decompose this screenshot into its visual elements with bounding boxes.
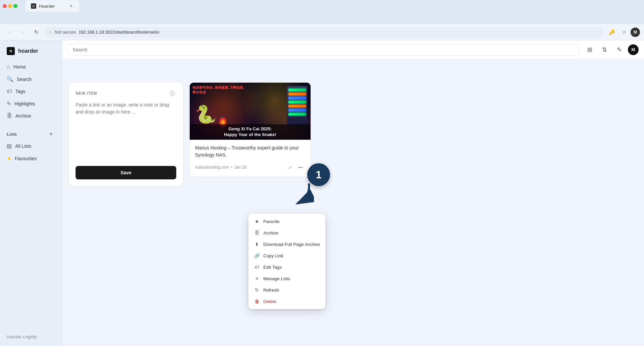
- sidebar-item-tags-label: Tags: [15, 89, 26, 94]
- bookmark-date: Jan 29: [234, 165, 246, 170]
- security-icon: ⚠: [48, 30, 52, 35]
- edit-icon: ✎: [617, 46, 622, 53]
- archive-menu-icon: 🗄: [254, 230, 260, 235]
- lists-section-label: Lists: [7, 132, 17, 137]
- main-content: NEW ITEM ⓘ Save 祝你新年快乐, 身体健康, 万事如意,事业有成: [62, 59, 644, 346]
- archive-icon: 🗄: [7, 113, 12, 119]
- bookmark-domain: mariushosting.com: [195, 165, 229, 170]
- sidebar-item-archive[interactable]: 🗄 Archive: [3, 110, 59, 122]
- context-menu-item-favorite[interactable]: ★ Favorite: [248, 216, 325, 227]
- back-button[interactable]: ‹: [4, 27, 15, 38]
- star-icon: ★: [7, 155, 11, 162]
- tab-close-button[interactable]: ✕: [68, 3, 74, 9]
- app-name: hoarder: [18, 48, 38, 54]
- grid-view-button[interactable]: ⊞: [584, 44, 596, 56]
- grid-icon: ⊞: [587, 46, 592, 53]
- favorite-icon: ★: [254, 219, 260, 224]
- context-menu-item-manage-lists[interactable]: ≡ Manage Lists: [248, 273, 325, 284]
- image-overlay: Gong Xi Fa Cai 2025: Happy Year of the S…: [190, 124, 311, 140]
- context-menu-item-edit-tags[interactable]: 🏷 Edit Tags: [248, 261, 325, 273]
- sidebar-item-archive-label: Archive: [15, 113, 31, 119]
- manage-lists-icon: ≡: [254, 276, 260, 281]
- home-icon: ⌂: [7, 64, 10, 70]
- search-input[interactable]: [67, 44, 580, 56]
- security-label: Not secure: [55, 30, 76, 35]
- delete-icon: 🗑: [254, 299, 260, 304]
- expand-icon: ⤢: [288, 165, 292, 170]
- app-logo: H: [7, 47, 15, 55]
- context-menu-item-download[interactable]: ⬇ Download Full Page Archive: [248, 239, 325, 250]
- browser-tab[interactable]: H Hoarder ✕: [26, 0, 79, 12]
- bookmark-expand-button[interactable]: ⤢: [285, 163, 294, 172]
- bookmark-actions: ⤢ •••: [285, 163, 305, 172]
- download-icon: ⬇: [254, 242, 260, 247]
- chinese-text: 祝你新年快乐, 身体健康, 万事如意,事业有成: [192, 85, 284, 95]
- annotation-badge: 1: [307, 163, 330, 186]
- sort-icon: ⇅: [602, 46, 607, 53]
- server-graphic: [287, 86, 307, 126]
- lists-add-button[interactable]: +: [47, 130, 55, 138]
- new-item-header: NEW ITEM ⓘ: [76, 89, 176, 97]
- user-avatar[interactable]: M: [628, 44, 639, 55]
- sidebar-item-tags[interactable]: 🏷 Tags: [3, 86, 59, 97]
- save-button[interactable]: Save: [76, 166, 176, 179]
- browser-profile-avatar[interactable]: M: [631, 28, 640, 37]
- list-icon: ▤: [7, 143, 12, 149]
- annotation-arrow: [287, 180, 314, 208]
- highlights-icon: ✎: [7, 100, 11, 107]
- refresh-button[interactable]: ↻: [31, 27, 42, 38]
- bookmark-body: Marius Hosting – Trustworthy expert guid…: [190, 140, 311, 177]
- new-item-card: NEW ITEM ⓘ Save: [69, 83, 183, 186]
- app-header: ⊞ ⇅ ✎ M: [62, 40, 644, 59]
- sidebar-item-home[interactable]: ⌂ Home: [3, 61, 59, 73]
- tab-favicon: H: [31, 3, 36, 9]
- forward-button[interactable]: ›: [17, 27, 28, 38]
- context-menu-item-archive[interactable]: 🗄 Archive: [248, 227, 325, 239]
- app-version: Hoarder v.nightly: [7, 335, 37, 339]
- refresh-menu-icon: ↻: [254, 287, 260, 293]
- bookmark-star-button[interactable]: ☆: [618, 27, 629, 38]
- bookmark-more-button[interactable]: •••: [296, 163, 305, 172]
- edit-button[interactable]: ✎: [613, 44, 625, 56]
- sidebar-item-search[interactable]: 🔍 Search: [3, 73, 59, 85]
- sidebar-item-highlights[interactable]: ✎ Highlights: [3, 98, 59, 110]
- image-title: Gong Xi Fa Cai 2025: Happy Year of the S…: [193, 126, 307, 138]
- tab-title: Hoarder: [39, 4, 55, 9]
- context-menu-label-edit-tags: Edit Tags: [263, 265, 282, 270]
- password-icon-button[interactable]: 🔑: [606, 27, 617, 38]
- sidebar: H hoarder ⌂ Home 🔍 Search 🏷 Tags ✎ Highl…: [0, 40, 62, 346]
- bookmark-meta: mariushosting.com • Jan 29: [195, 165, 246, 170]
- context-menu-item-copy-link[interactable]: 🔗 Copy Link: [248, 250, 325, 261]
- sort-button[interactable]: ⇅: [598, 44, 610, 56]
- bookmark-separator: •: [231, 165, 232, 170]
- sidebar-item-all-lists-label: All Lists: [15, 143, 31, 149]
- context-menu-label-favorite: Favorite: [263, 219, 280, 224]
- bookmark-footer: mariushosting.com • Jan 29 ⤢ •••: [195, 163, 305, 172]
- context-menu-label-delete: Delete: [263, 299, 276, 304]
- address-text: 192.168.1.18:3022/dashboard/bookmarks: [79, 30, 159, 35]
- sidebar-item-home-label: Home: [13, 64, 26, 70]
- bookmark-image: 祝你新年快乐, 身体健康, 万事如意,事业有成 🐍 🏮: [190, 83, 311, 140]
- search-icon: 🔍: [7, 76, 13, 82]
- sidebar-item-search-label: Search: [17, 77, 32, 82]
- bookmark-card: 祝你新年快乐, 身体健康, 万事如意,事业有成 🐍 🏮: [190, 83, 311, 177]
- context-menu-label-copy-link: Copy Link: [263, 253, 283, 258]
- context-menu-label-manage-lists: Manage Lists: [263, 276, 290, 281]
- snake-emoji: 🐍: [195, 104, 217, 125]
- tags-icon: 🏷: [7, 88, 12, 94]
- context-menu: ★ Favorite 🗄 Archive ⬇ Download Full Pag…: [248, 214, 325, 309]
- new-item-info-button[interactable]: ⓘ: [168, 89, 176, 97]
- address-bar[interactable]: ⚠ Not secure 192.168.1.18:3022/dashboard…: [44, 27, 604, 38]
- sidebar-footer: Hoarder v.nightly: [3, 332, 59, 342]
- sidebar-item-all-lists[interactable]: ▤ All Lists: [3, 140, 59, 152]
- sidebar-item-favourites-label: Favourites: [15, 156, 37, 161]
- sidebar-item-favourites[interactable]: ★ Favourites: [3, 153, 59, 164]
- bookmark-description: Marius Hosting – Trustworthy expert guid…: [195, 144, 305, 159]
- context-menu-item-delete[interactable]: 🗑 Delete: [248, 296, 325, 307]
- context-menu-label-download: Download Full Page Archive: [263, 242, 320, 247]
- sidebar-item-highlights-label: Highlights: [14, 101, 35, 106]
- more-icon: •••: [298, 165, 303, 170]
- context-menu-item-refresh[interactable]: ↻ Refresh: [248, 284, 325, 296]
- context-menu-label-refresh: Refresh: [263, 288, 279, 293]
- new-item-textarea[interactable]: [76, 101, 176, 162]
